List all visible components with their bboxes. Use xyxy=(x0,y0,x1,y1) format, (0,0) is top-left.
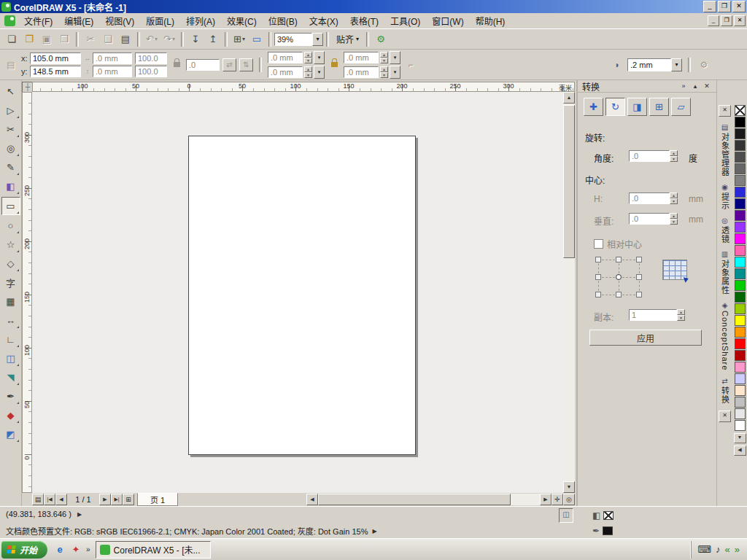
menu-item[interactable]: 窗口(W) xyxy=(426,13,469,28)
interactive-fill-tool[interactable]: ◩ xyxy=(2,426,20,443)
color-swatch[interactable] xyxy=(735,187,746,198)
outline-style-icon[interactable]: ◗ xyxy=(610,58,624,72)
duplicate-x-dropdown-icon[interactable]: ▾ xyxy=(390,51,400,64)
export-button[interactable]: ↥ xyxy=(204,31,222,47)
open-button[interactable]: ❐ xyxy=(20,31,38,47)
menu-item[interactable]: 文本(X) xyxy=(303,13,344,28)
menu-item[interactable]: 位图(B) xyxy=(263,13,303,28)
drawing-canvas[interactable] xyxy=(32,92,563,493)
angle-spinner[interactable]: ▲▼ xyxy=(670,150,678,162)
color-swatch[interactable] xyxy=(735,140,746,151)
duplicate-x-spinner[interactable]: ▲▼ xyxy=(380,52,388,63)
vertical-scroll-thumb[interactable] xyxy=(563,105,575,258)
object-width-field[interactable]: .0 mm xyxy=(93,52,132,64)
color-swatch[interactable] xyxy=(735,373,746,384)
vertical-scrollbar[interactable]: ▲ ▼ xyxy=(563,92,575,493)
menu-item[interactable]: 排列(A) xyxy=(180,13,221,28)
menu-item[interactable]: 帮助(H) xyxy=(470,13,511,28)
color-eyedropper-tool[interactable]: ◥ xyxy=(2,369,20,386)
basic-shapes-tool[interactable]: ◇ xyxy=(2,255,20,272)
angle-field[interactable]: .0 xyxy=(629,150,670,162)
nudge-x-spinner[interactable]: ▲▼ xyxy=(304,52,312,63)
start-button[interactable]: 开始 xyxy=(1,541,47,559)
restore-button[interactable]: ❐ xyxy=(718,1,731,12)
copies-spinner[interactable]: ▲▼ xyxy=(677,309,685,321)
center-v-field[interactable]: .0 xyxy=(629,213,670,225)
menu-item[interactable]: 编辑(E) xyxy=(58,13,99,28)
previous-page-button[interactable]: ◀ xyxy=(55,494,67,505)
straight-connector-tool[interactable]: ∟ xyxy=(2,331,20,348)
document-restore-button[interactable]: ❐ xyxy=(721,15,732,26)
add-page-button[interactable]: ⊞ xyxy=(123,494,134,505)
center-h-spinner[interactable]: ▲▼ xyxy=(670,192,678,204)
input-method-icon[interactable]: ⌨ xyxy=(697,545,711,554)
fill-color-indicator[interactable]: ◧ xyxy=(592,510,614,521)
welcome-screen-button[interactable]: ▭ xyxy=(248,31,266,47)
snap-to-dropdown[interactable]: 贴齐 ▾ xyxy=(332,31,363,47)
relative-center-checkbox[interactable]: 相对中心 xyxy=(594,238,642,250)
document-close-button[interactable]: ✕ xyxy=(734,15,746,26)
print-button[interactable]: ❒ xyxy=(55,31,73,47)
next-page-button[interactable]: ▶ xyxy=(99,494,111,505)
anchor-middle-right[interactable] xyxy=(636,274,642,280)
docker-tab-conceptshare[interactable]: ◈ConceptShare xyxy=(721,301,729,370)
transform-position-button[interactable]: ✚ xyxy=(584,98,603,116)
rectangle-tool[interactable]: ▭ xyxy=(1,197,20,215)
scroll-left-button[interactable]: ◀ xyxy=(306,494,318,505)
new-document-button[interactable]: ❏ xyxy=(3,31,20,47)
color-swatch[interactable] xyxy=(735,315,746,326)
table-tool[interactable]: ▦ xyxy=(2,293,20,310)
color-swatch[interactable] xyxy=(735,245,746,256)
ellipse-tool[interactable]: ○ xyxy=(2,217,20,234)
transform-scale-mirror-button[interactable]: ◨ xyxy=(627,98,647,116)
text-tool[interactable]: 字 xyxy=(2,274,20,291)
color-swatch[interactable] xyxy=(735,420,746,431)
document-page[interactable] xyxy=(188,136,416,455)
menu-item[interactable]: 版面(L) xyxy=(140,13,180,28)
fill-tool[interactable]: ◆ xyxy=(2,407,20,424)
document-info-button[interactable]: ◫ xyxy=(559,508,573,523)
close-button[interactable]: ✕ xyxy=(732,1,746,12)
menu-item[interactable]: 文件(F) xyxy=(18,13,58,28)
color-swatch[interactable] xyxy=(735,385,746,396)
color-swatch[interactable] xyxy=(735,397,746,408)
color-swatch[interactable] xyxy=(735,338,746,349)
redo-button[interactable]: ↷▾ xyxy=(160,31,178,47)
scale-y-field[interactable]: 100.0 xyxy=(135,66,167,77)
color-swatch[interactable] xyxy=(735,222,746,233)
outline-color-indicator[interactable]: ✒ xyxy=(592,526,613,536)
palette-expand-button[interactable]: ◀ xyxy=(734,446,746,456)
color-swatch[interactable] xyxy=(735,268,746,279)
transform-size-button[interactable]: ⊞ xyxy=(649,98,669,116)
horizontal-scrollbar[interactable]: ◀ ▶ xyxy=(306,494,551,505)
last-page-button[interactable]: ▶| xyxy=(111,494,123,505)
color-swatch[interactable] xyxy=(735,175,746,186)
paste-button[interactable]: ▤ xyxy=(117,31,134,47)
docker-tab-object-properties[interactable]: ▥对象属性 xyxy=(719,250,731,295)
color-swatch[interactable] xyxy=(735,327,746,338)
shape-tool[interactable]: ▷ xyxy=(2,102,20,119)
color-swatch[interactable] xyxy=(735,163,746,174)
color-swatch[interactable] xyxy=(735,303,746,314)
rotation-angle-field[interactable]: .0 xyxy=(186,59,220,71)
color-swatch[interactable] xyxy=(735,362,746,373)
status-expand-icon[interactable]: ▶ xyxy=(77,511,82,518)
volume-icon[interactable]: ♪ xyxy=(716,545,721,554)
duplicate-y-spinner[interactable]: ▲▼ xyxy=(380,66,388,78)
object-y-field[interactable]: 148.5 mm xyxy=(30,66,81,77)
copy-button[interactable]: ❑ xyxy=(99,31,117,47)
quicklaunch-browser-icon[interactable]: e xyxy=(52,542,68,558)
color-swatch[interactable] xyxy=(735,233,746,244)
anchor-point-grid[interactable] xyxy=(595,257,642,298)
vertical-ruler[interactable]: 300250200150100500 xyxy=(22,92,32,493)
save-button[interactable]: ▣ xyxy=(38,31,55,47)
object-x-field[interactable]: 105.0 mm xyxy=(30,52,81,64)
color-swatch[interactable] xyxy=(735,257,746,268)
parallel-dimension-tool[interactable]: ↔ xyxy=(2,312,20,329)
crop-tool[interactable]: ✂ xyxy=(2,121,20,138)
apply-button[interactable]: 应用 xyxy=(589,330,702,346)
outline-width-value[interactable]: .2 mm xyxy=(627,58,671,71)
lock-ratio-button[interactable] xyxy=(170,52,183,77)
polygon-tool[interactable]: ☆ xyxy=(2,236,20,253)
docker-tab-transform[interactable]: ⇄转换 xyxy=(719,377,731,404)
